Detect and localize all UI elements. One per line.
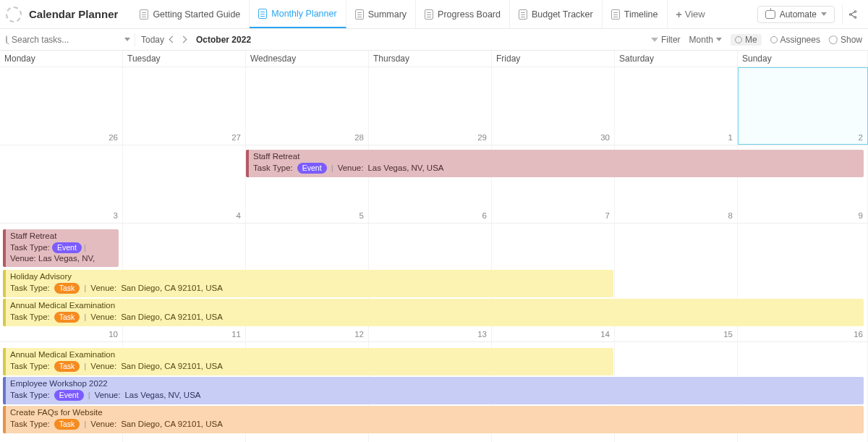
date-number: 13 [477, 330, 487, 339]
doc-icon [355, 9, 364, 20]
week-row: 10 11 12 13 14 15 16 Staff Retreat Task … [0, 224, 868, 342]
tab-budget-tracker[interactable]: Budget Tracker [510, 0, 603, 28]
date-nav: Today October 2022 [141, 35, 251, 45]
assignees-button[interactable]: Assignees [770, 35, 820, 45]
venue-value: San Diego, CA 92101, USA [121, 312, 223, 323]
search-icon [6, 35, 7, 43]
doc-icon [140, 9, 148, 20]
plus-icon: + [676, 9, 682, 20]
filter-icon [651, 38, 658, 42]
day-cell[interactable]: 4 [123, 145, 246, 223]
share-icon[interactable] [842, 4, 862, 25]
separator: | [84, 243, 86, 252]
event-bar-annual-medical[interactable]: Annual Medical Examination Task Type: Ta… [3, 299, 864, 326]
chevron-down-icon [821, 12, 827, 16]
person-icon [735, 36, 742, 43]
tab-label: Timeline [624, 9, 658, 20]
date-number: 3 [114, 211, 118, 220]
task-type-badge: Event [297, 163, 327, 174]
date-number: 6 [482, 211, 487, 220]
event-bar-employee-workshop[interactable]: Employee Workshop 2022 Task Type: Event … [3, 377, 864, 404]
subbar-right: Filter Month Me Assignees Show [651, 34, 862, 46]
event-bar-staff-retreat[interactable]: Staff Retreat Task Type: Event | Venue: … [246, 150, 864, 177]
venue-label: Venue: [90, 283, 116, 294]
svg-point-0 [854, 10, 856, 12]
separator: | [84, 283, 86, 294]
day-cell-today[interactable]: 2 [738, 67, 868, 145]
granularity-menu[interactable]: Month [689, 35, 722, 45]
task-type-label: Task Type: [10, 419, 50, 430]
day-header: Monday [0, 51, 123, 67]
separator: | [331, 163, 333, 174]
me-label: Me [745, 35, 757, 45]
add-view-button[interactable]: + View [668, 0, 714, 28]
weeks: 26 27 28 29 30 1 2 3 4 5 6 7 8 9 [0, 67, 868, 442]
date-number: 15 [723, 330, 733, 339]
granularity-label: Month [689, 35, 713, 45]
event-bar-holiday-advisory[interactable]: Holiday Advisory Task Type: Task | Venue… [3, 270, 613, 297]
event-title: Annual Medical Examination [10, 300, 859, 312]
topbar: Calendar Planner Getting Started Guide M… [0, 0, 868, 29]
event-title: Create FAQs for Website [10, 407, 859, 419]
next-month-button[interactable] [180, 36, 187, 43]
tab-label: Progress Board [438, 9, 501, 20]
day-cell[interactable]: 30 [492, 67, 615, 145]
date-number: 4 [237, 211, 241, 220]
task-type-badge: Task [54, 361, 80, 372]
date-number: 12 [354, 330, 364, 339]
tab-timeline[interactable]: Timeline [603, 0, 668, 28]
filter-label: Filter [661, 35, 681, 45]
event-bar-staff-retreat-cont[interactable]: Staff Retreat Task Type: Event | Venue: … [3, 229, 119, 267]
tab-progress-board[interactable]: Progress Board [416, 0, 510, 28]
task-type-label: Task Type: [10, 283, 50, 294]
day-header: Saturday [615, 51, 738, 67]
calendar: Monday Tuesday Wednesday Thursday Friday… [0, 51, 868, 442]
prev-month-button[interactable] [169, 36, 176, 43]
day-cell[interactable]: 29 [369, 67, 492, 145]
task-type-badge: Task [54, 312, 80, 323]
venue-label: Venue: [338, 163, 364, 174]
today-button[interactable]: Today [141, 35, 164, 45]
separator: | [88, 390, 90, 401]
event-bar-create-faqs[interactable]: Create FAQs for Website Task Type: Task … [3, 406, 864, 433]
automate-button[interactable]: Automate [757, 6, 835, 23]
tab-getting-started[interactable]: Getting Started Guide [131, 0, 250, 28]
event-bar-annual-medical-cont[interactable]: Annual Medical Examination Task Type: Ta… [3, 348, 613, 375]
day-cell[interactable]: 26 [0, 67, 123, 145]
doc-icon [425, 9, 433, 20]
venue-value: Las Vegas, NV, USA [124, 390, 200, 401]
day-cell[interactable]: 27 [123, 67, 246, 145]
show-button[interactable]: Show [829, 35, 862, 45]
chevron-down-icon [716, 38, 722, 41]
day-cell[interactable]: 28 [246, 67, 369, 145]
event-title: Staff Retreat [10, 231, 114, 242]
automate-label: Automate [780, 9, 817, 20]
day-cell[interactable]: 1 [615, 67, 738, 145]
svg-point-2 [854, 16, 856, 17]
filter-button[interactable]: Filter [651, 35, 681, 45]
view-tabs: Getting Started Guide Monthly Planner Su… [131, 0, 713, 28]
venue-label: Venue: [95, 390, 121, 401]
task-type-badge: Event [52, 242, 82, 253]
date-number: 16 [854, 330, 863, 339]
search-dropdown-icon[interactable] [124, 38, 130, 41]
me-toggle[interactable]: Me [731, 34, 762, 46]
search-input[interactable] [12, 35, 120, 45]
tab-summary[interactable]: Summary [346, 0, 416, 28]
separator: | [84, 312, 86, 323]
month-label: October 2022 [196, 35, 251, 45]
venue-value: San Diego, CA 92101, USA [121, 283, 223, 294]
task-type-badge: Task [54, 283, 80, 294]
task-type-badge: Task [54, 419, 80, 430]
event-title: Employee Workshop 2022 [10, 378, 859, 390]
day-headers: Monday Tuesday Wednesday Thursday Friday… [0, 51, 868, 67]
venue-label: Venue: [90, 361, 116, 373]
tab-monthly-planner[interactable]: Monthly Planner [250, 0, 346, 28]
event-title: Staff Retreat [253, 151, 859, 163]
day-cell[interactable]: 3 [0, 145, 123, 223]
week-row: 26 27 28 29 30 1 2 [0, 67, 868, 145]
date-number: 26 [109, 133, 118, 142]
venue-label: Venue: [10, 254, 36, 263]
venue-value: San Diego, CA 92101, USA [121, 361, 223, 373]
divider [135, 33, 135, 46]
